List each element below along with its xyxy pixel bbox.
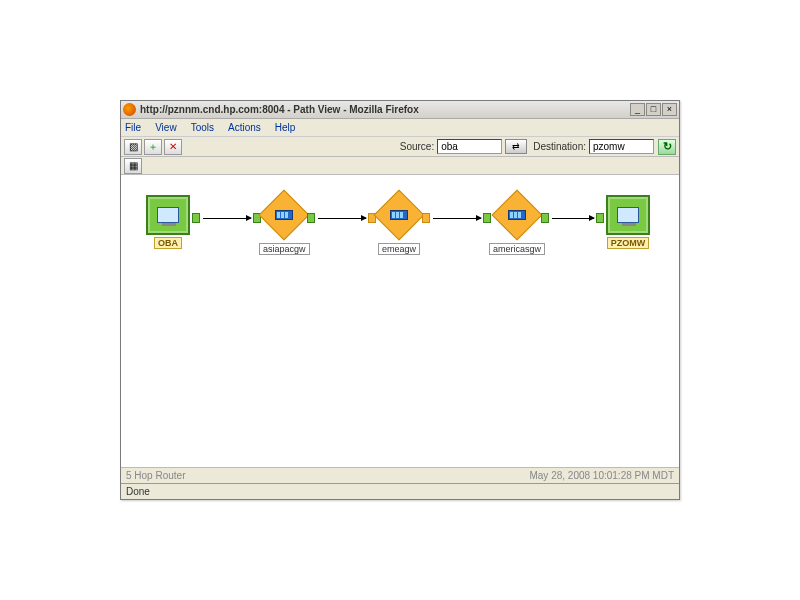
close-button[interactable]: × (662, 103, 677, 116)
link-arrow (552, 218, 594, 219)
port (307, 213, 315, 223)
link-arrow (433, 218, 481, 219)
router-icon (374, 190, 425, 241)
node-destination-label: PZOMW (607, 237, 650, 249)
monitor-icon (157, 207, 179, 223)
titlebar[interactable]: http://pznnm.cnd.hp.com:8004 - Path View… (121, 101, 679, 119)
destination-input[interactable] (589, 139, 654, 154)
minimize-button[interactable]: _ (630, 103, 645, 116)
status-left: 5 Hop Router (126, 470, 185, 481)
topology-canvas[interactable]: OBA asiapacgw emeagw (121, 175, 679, 467)
view-mode-button[interactable]: ▦ (124, 158, 142, 174)
node-destination[interactable]: PZOMW (606, 195, 650, 249)
link-arrow (318, 218, 366, 219)
menu-view[interactable]: View (155, 122, 177, 133)
destination-label: Destination: (533, 141, 586, 152)
refresh-button[interactable]: ↻ (658, 139, 676, 155)
menu-help[interactable]: Help (275, 122, 296, 133)
node-hop1[interactable]: asiapacgw (259, 197, 309, 255)
host-icon (606, 195, 650, 235)
source-label: Source: (400, 141, 434, 152)
menu-actions[interactable]: Actions (228, 122, 261, 133)
port (541, 213, 549, 223)
port (422, 213, 430, 223)
menu-tools[interactable]: Tools (191, 122, 214, 133)
open-button[interactable]: ▨ (124, 139, 142, 155)
node-hop2[interactable]: emeagw (374, 197, 424, 255)
link-arrow (203, 218, 251, 219)
port (596, 213, 604, 223)
node-hop2-label: emeagw (378, 243, 420, 255)
status-strip: 5 Hop Router May 28, 2008 10:01:28 PM MD… (121, 467, 679, 483)
monitor-icon (617, 207, 639, 223)
browser-statusbar: Done (121, 483, 679, 499)
node-source[interactable]: OBA (146, 195, 190, 249)
toolbar: ▨ ＋ ✕ Source: ⇄ Destination: ↻ (121, 137, 679, 157)
delete-button[interactable]: ✕ (164, 139, 182, 155)
add-button[interactable]: ＋ (144, 139, 162, 155)
menu-file[interactable]: File (125, 122, 141, 133)
router-icon (259, 190, 310, 241)
source-input[interactable] (437, 139, 502, 154)
browser-status-text: Done (126, 486, 150, 497)
maximize-button[interactable]: □ (646, 103, 661, 116)
port (192, 213, 200, 223)
firefox-icon (123, 103, 136, 116)
menubar: File View Tools Actions Help (121, 119, 679, 137)
node-source-label: OBA (154, 237, 182, 249)
host-icon (146, 195, 190, 235)
node-hop3-label: americasgw (489, 243, 545, 255)
window-title: http://pznnm.cnd.hp.com:8004 - Path View… (140, 104, 630, 115)
status-right: May 28, 2008 10:01:28 PM MDT (529, 470, 674, 481)
node-hop1-label: asiapacgw (259, 243, 310, 255)
router-icon (492, 190, 543, 241)
browser-window: http://pznnm.cnd.hp.com:8004 - Path View… (120, 100, 680, 500)
toolbar-secondary: ▦ (121, 157, 679, 175)
node-hop3[interactable]: americasgw (489, 197, 545, 255)
swap-button[interactable]: ⇄ (505, 139, 527, 154)
